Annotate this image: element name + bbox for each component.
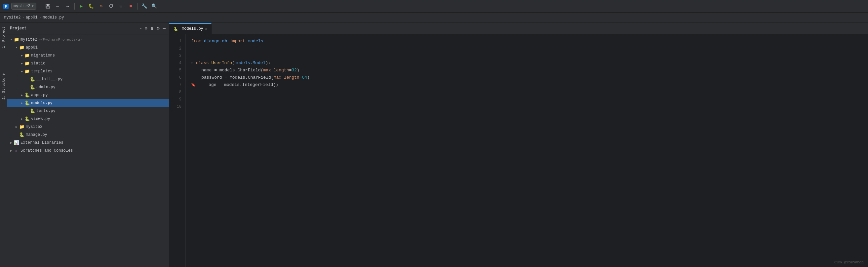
- code-age-field: age = models.IntegerField(): [198, 81, 278, 89]
- project-panel: Project ▾ ⊕ ⇅ ⚙ — ▾ 📁 mysite2 ~/PycharmP…: [7, 23, 169, 267]
- tree-label-init: __init__.py: [36, 77, 62, 81]
- code-line-7: 🔖 age = models.IntegerField(): [191, 81, 863, 89]
- tree-item-mysite2-inner[interactable]: ▶ 📁 mysite2: [7, 123, 169, 131]
- profile-icon[interactable]: ⏱: [106, 2, 116, 10]
- tree-item-admin[interactable]: ▶ 🐍 admin.py: [7, 83, 169, 91]
- tree-item-static[interactable]: ▶ 📁 static: [7, 60, 169, 67]
- eq-2: =: [300, 74, 302, 81]
- line-num-6: 6: [179, 74, 182, 81]
- code-line-8: [191, 89, 863, 96]
- line-num-9: 9: [179, 96, 182, 103]
- tree-label-apps: apps.py: [31, 93, 48, 98]
- line-num-3: 3: [179, 52, 182, 60]
- search-icon[interactable]: 🔍: [150, 2, 159, 10]
- project-name: mysite2: [13, 4, 30, 9]
- param-max-length-1: max_length: [263, 67, 289, 74]
- tree-label-app01: app01: [26, 45, 38, 50]
- tree-label-models: models.py: [31, 101, 53, 105]
- tree-label-mysite2-inner: mysite2: [26, 125, 42, 129]
- tab-close-models[interactable]: ✕: [205, 27, 208, 31]
- tree-item-templates[interactable]: ▶ 📁 templates: [7, 67, 169, 75]
- scratches-icon: ✏: [14, 148, 19, 153]
- breadcrumb-sep-2: ›: [39, 15, 41, 20]
- project-dropdown[interactable]: mysite2 ▾: [11, 3, 36, 9]
- tree-item-tests[interactable]: ▶ 🐍 tests.py: [7, 107, 169, 115]
- breadcrumb-app01[interactable]: app01: [26, 15, 38, 20]
- svg-rect-4: [46, 6, 49, 8]
- coverage-icon[interactable]: ⊕: [96, 2, 106, 10]
- code-line-5: name = models.CharField(max_length=32): [191, 67, 863, 74]
- dropdown-arrow-icon: ▾: [31, 4, 34, 9]
- toolbar-separator-1: [40, 3, 40, 9]
- svg-rect-3: [46, 4, 49, 6]
- save-icon[interactable]: [43, 2, 53, 10]
- tree-label-admin: admin.py: [36, 85, 56, 90]
- code-line-1: from django.db import models: [191, 38, 863, 45]
- code-line-10: [191, 103, 863, 110]
- tree-item-models[interactable]: ▶ 🐍 models.py: [7, 99, 169, 107]
- breadcrumb-mysite2[interactable]: mysite2: [4, 15, 21, 20]
- add-icon[interactable]: ⊕: [144, 25, 148, 32]
- line-num-1: 1: [179, 38, 182, 45]
- folder-icon-static: 📁: [25, 61, 30, 66]
- title-bar: P mysite2 ▾ ← → ▶ 🐛 ⊕ ⏱ ⊞ ■ 🔧 🔍: [0, 0, 868, 12]
- fold-icon-class[interactable]: ⊟: [191, 60, 193, 67]
- breadcrumb: mysite2 › app01 › models.py: [0, 12, 868, 23]
- side-tab-structure[interactable]: 2: Structure: [1, 71, 7, 102]
- folder-icon-mysite2-inner: 📁: [19, 124, 25, 130]
- tree-item-views[interactable]: ▶ 🐍 views.py: [7, 115, 169, 123]
- paren-open: (: [232, 60, 235, 67]
- tree-item-apps[interactable]: ▶ 🐍 apps.py: [7, 91, 169, 99]
- py-icon-models: 🐍: [25, 100, 30, 106]
- side-tab-project[interactable]: 1: Project: [1, 24, 7, 51]
- tree-item-manage[interactable]: ▶ 🐍 manage.py: [7, 131, 169, 139]
- py-icon-views: 🐍: [25, 116, 30, 122]
- breadcrumb-models[interactable]: models.py: [43, 15, 64, 20]
- num-64: 64: [302, 74, 307, 81]
- breadcrumb-sep-1: ›: [22, 15, 24, 20]
- watermark: CSDN @Stara0511: [834, 261, 864, 264]
- undo-icon[interactable]: ←: [53, 2, 62, 10]
- kw-from: from: [191, 38, 204, 45]
- kw-import: import: [230, 38, 248, 45]
- toolbar-separator-3: [137, 3, 138, 9]
- editor-area: 🐍 models.py ✕ 1 2 3 4 5 6 7 8 9 10: [169, 23, 868, 267]
- redo-icon[interactable]: →: [63, 2, 72, 10]
- tree-item-app01[interactable]: ▾ 📁 app01: [7, 44, 169, 52]
- concurrency-icon[interactable]: ⊞: [116, 2, 126, 10]
- tree-item-mysite2-root[interactable]: ▾ 📁 mysite2 ~/PycharmProjects/g›: [7, 36, 169, 44]
- line-num-7: 7: [179, 81, 182, 89]
- mod-models: models: [248, 38, 264, 45]
- tree-label-templates: templates: [31, 69, 53, 74]
- debug-icon[interactable]: 🐛: [87, 2, 96, 10]
- bookmark-icon[interactable]: 🔖: [191, 81, 196, 89]
- tree-path-mysite2: ~/PycharmProjects/g›: [38, 38, 82, 42]
- tab-models-py[interactable]: 🐍 models.py ✕: [169, 23, 212, 34]
- scroll-icon[interactable]: ⇅: [150, 25, 154, 32]
- tree-arrow-models: ▶: [19, 100, 25, 106]
- tree-arrow-views: ▶: [19, 116, 25, 122]
- stop-icon[interactable]: ■: [126, 2, 135, 10]
- tree-item-scratches[interactable]: ▶ ✏ Scratches and Consoles: [7, 147, 169, 155]
- panel-title: Project: [10, 26, 138, 31]
- paren-end-2: ): [307, 74, 310, 81]
- settings-icon[interactable]: 🔧: [140, 2, 149, 10]
- tree-item-migrations[interactable]: ▶ 📁 migrations: [7, 52, 169, 60]
- panel-header: Project ▾ ⊕ ⇅ ⚙ —: [7, 23, 169, 34]
- folder-icon-templates: 📁: [25, 69, 30, 74]
- svg-text:P: P: [5, 5, 7, 9]
- code-content[interactable]: from django.db import models ⊟class User…: [186, 34, 868, 267]
- tree-arrow-scratches: ▶: [9, 148, 14, 153]
- paren-end-1: ): [297, 67, 300, 74]
- toolbar-separator-2: [74, 3, 75, 9]
- minimize-icon[interactable]: —: [162, 25, 166, 32]
- file-tree: ▾ 📁 mysite2 ~/PycharmProjects/g› ▾ 📁 app…: [7, 34, 169, 267]
- gear-icon[interactable]: ⚙: [156, 25, 160, 32]
- line-numbers: 1 2 3 4 5 6 7 8 9 10: [169, 34, 186, 267]
- tree-item-init[interactable]: ▶ 🐍 __init__.py: [7, 75, 169, 83]
- py-icon-apps: 🐍: [25, 93, 30, 98]
- tree-item-ext-libs[interactable]: ▶ 📊 External Libraries: [7, 139, 169, 147]
- code-password-field: password = models.CharField(: [191, 74, 274, 81]
- tab-bar: 🐍 models.py ✕: [169, 23, 868, 34]
- run-icon[interactable]: ▶: [77, 2, 86, 10]
